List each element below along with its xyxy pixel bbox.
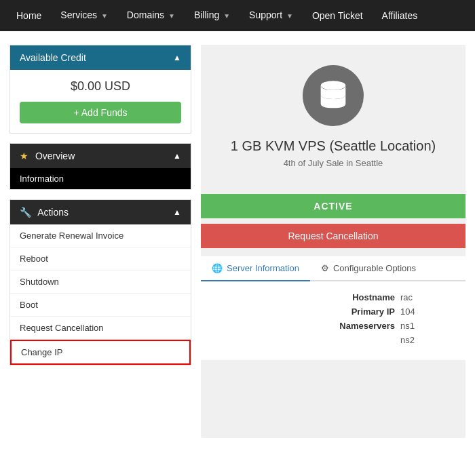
overview-card: ★ Overview ▲ Information	[10, 143, 191, 190]
credit-card-header[interactable]: Available Credit ▲	[10, 45, 191, 70]
nav-support-label: Support	[249, 9, 282, 20]
overview-submenu: Information	[10, 168, 191, 189]
status-badge: ACTIVE	[201, 194, 466, 218]
actions-list: Generate Renewal Invoice Reboot Shutdown…	[10, 224, 191, 365]
nav-domains[interactable]: Domains ▼	[117, 0, 185, 32]
actions-card-header[interactable]: 🔧 Actions ▲	[10, 200, 191, 224]
primary-ip-label: Primary IP	[332, 306, 400, 317]
main-content: 1 GB KVM VPS (Seattle Location) 4th of J…	[201, 45, 466, 438]
hostname-label: Hostname	[332, 292, 400, 302]
tab-server-info-label: Server Information	[227, 263, 299, 273]
nav-services-label: Services	[60, 9, 97, 20]
action-reboot[interactable]: Reboot	[10, 247, 191, 271]
product-subtitle: 4th of July Sale in Seattle	[214, 158, 452, 168]
star-icon: ★	[20, 151, 28, 161]
info-row-ns2: ns2	[212, 335, 455, 345]
nav-home[interactable]: Home	[7, 0, 51, 31]
nav-domains-label: Domains	[127, 9, 164, 20]
nav-billing-arrow: ▼	[223, 12, 230, 20]
product-header: 1 GB KVM VPS (Seattle Location) 4th of J…	[201, 45, 466, 194]
credit-chevron-icon: ▲	[173, 53, 181, 62]
actions-chevron-icon: ▲	[173, 207, 181, 217]
action-change-ip[interactable]: Change IP	[10, 340, 191, 365]
nav-support-arrow: ▼	[286, 12, 293, 20]
actions-title: Actions	[37, 207, 69, 218]
actions-title-row: 🔧 Actions	[20, 207, 69, 218]
credit-card-body: $0.00 USD + Add Funds	[10, 70, 191, 133]
nav-support[interactable]: Support ▼	[240, 0, 303, 32]
overview-chevron-icon: ▲	[173, 151, 181, 161]
sidebar: Available Credit ▲ $0.00 USD + Add Funds…	[10, 45, 191, 438]
primary-ip-value: 104	[400, 306, 455, 317]
ns2-label	[332, 335, 400, 345]
nav-services-arrow: ▼	[101, 12, 108, 20]
action-boot[interactable]: Boot	[10, 294, 191, 317]
cog-icon: ⚙	[321, 263, 329, 273]
action-request-cancellation[interactable]: Request Cancellation	[10, 317, 191, 340]
credit-card: Available Credit ▲ $0.00 USD + Add Funds	[10, 45, 191, 134]
overview-title-row: ★ Overview	[20, 151, 75, 161]
tab-server-information[interactable]: 🌐 Server Information	[201, 256, 310, 281]
hostname-value: rac	[400, 292, 455, 302]
action-generate-renewal[interactable]: Generate Renewal Invoice	[10, 224, 191, 247]
request-cancellation-button[interactable]: Request Cancellation	[201, 224, 466, 248]
overview-card-header[interactable]: ★ Overview ▲	[10, 144, 191, 168]
database-icon	[316, 79, 350, 113]
nav-domains-arrow: ▼	[168, 12, 175, 20]
overview-title: Overview	[35, 151, 75, 161]
overview-subitem: Information	[20, 174, 64, 184]
nav-affiliates[interactable]: Affiliates	[373, 0, 428, 31]
credit-card-title: Available Credit	[20, 52, 86, 63]
nav-billing-label: Billing	[194, 9, 219, 20]
nameservers-label: Nameservers	[332, 321, 400, 331]
main-nav: Home Services ▼ Domains ▼ Billing ▼ Supp…	[0, 0, 475, 31]
add-funds-button[interactable]: + Add Funds	[20, 102, 181, 123]
action-shutdown[interactable]: Shutdown	[10, 271, 191, 294]
nav-open-ticket[interactable]: Open Ticket	[303, 0, 373, 31]
info-row-nameservers: Nameservers ns1	[212, 321, 455, 331]
nav-billing[interactable]: Billing ▼	[185, 0, 240, 32]
tab-configurable-options[interactable]: ⚙ Configurable Options	[310, 256, 427, 281]
wrench-icon: 🔧	[20, 207, 31, 218]
info-row-hostname: Hostname rac	[212, 292, 455, 302]
nameservers-value: ns1	[400, 321, 455, 331]
info-row-primary-ip: Primary IP 104	[212, 306, 455, 317]
tabs-row: 🌐 Server Information ⚙ Configurable Opti…	[201, 256, 466, 281]
product-title: 1 GB KVM VPS (Seattle Location)	[214, 138, 452, 154]
main-container: Available Credit ▲ $0.00 USD + Add Funds…	[0, 31, 475, 452]
ns2-value: ns2	[400, 335, 455, 345]
svg-point-0	[321, 81, 346, 90]
product-icon-circle	[303, 65, 364, 126]
actions-card: 🔧 Actions ▲ Generate Renewal Invoice Reb…	[10, 199, 191, 365]
globe-icon: 🌐	[212, 263, 223, 273]
credit-amount: $0.00 USD	[20, 79, 181, 94]
nav-services[interactable]: Services ▼	[51, 0, 117, 32]
tab-content: Hostname rac Primary IP 104 Nameservers …	[201, 281, 466, 360]
tab-configurable-options-label: Configurable Options	[333, 263, 416, 273]
